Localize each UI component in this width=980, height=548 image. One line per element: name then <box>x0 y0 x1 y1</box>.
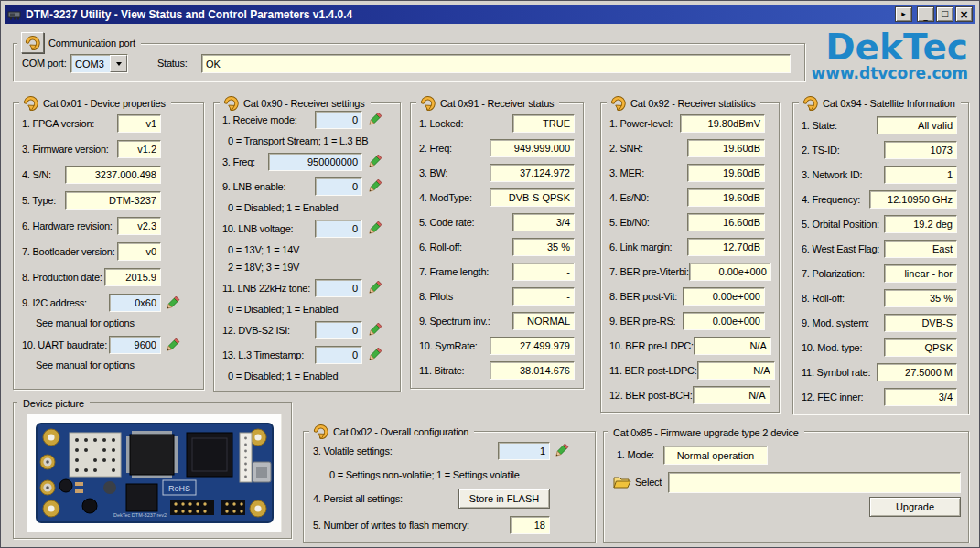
field-label: 11. LNB 22kHz tone: <box>222 283 310 294</box>
field-value[interactable]: 9600 <box>109 336 161 354</box>
edit-pencil-icon[interactable] <box>366 111 383 128</box>
field-row: 8. Production date:2015.9 <box>14 264 203 290</box>
field-row: 3. Freq:950000000 <box>214 149 400 174</box>
com-port-dropdown[interactable]: COM3 <box>70 54 128 73</box>
mode-field: Normal operation <box>663 446 768 465</box>
maximize-icon: □ <box>941 10 949 18</box>
menu-arrow-icon: ▸ <box>901 10 906 18</box>
field-row: 11. BER post-LDPC:N/A <box>601 358 779 382</box>
edit-pencil-icon[interactable] <box>366 279 383 296</box>
field-row: 13. L.3 Timestamp:0 <box>214 342 400 367</box>
field-row: 1. FPGA version:v1 <box>14 111 203 136</box>
refresh-button[interactable] <box>21 32 44 53</box>
device-picture: RoHS DekTec DTM-3237 rev2 <box>27 414 282 532</box>
upgrade-button[interactable]: Upgrade <box>869 497 961 517</box>
field-value: 19.2 deg <box>884 215 957 233</box>
field-value: 18 <box>510 516 550 534</box>
firmware-file-field[interactable] <box>668 472 961 493</box>
field-row: 10. Mod. type:QPSK <box>793 335 968 360</box>
field-label: 12. DVB-S2 ISI: <box>222 325 290 336</box>
minimize-button[interactable]: _ <box>917 6 934 22</box>
field-label: 5. Type: <box>22 195 56 206</box>
field-label: 10. BER pre-LDPC: <box>609 340 694 351</box>
field-row: 8. Roll-off:35 % <box>793 285 968 310</box>
field-value[interactable]: 0x60 <box>109 294 161 312</box>
field-label: 5. Number of writes to flash memory: <box>313 520 469 531</box>
field-row: 1. Receive mode:0 <box>214 107 400 132</box>
field-row: 1. Locked:TRUE <box>411 111 583 135</box>
field-value[interactable]: 1 <box>498 442 550 460</box>
brand-logo: DekTec www.dtvcore.com <box>812 29 968 82</box>
group-cat94: Cat 0x94 - Satellite Information 1. Stat… <box>792 102 969 414</box>
field-value[interactable]: 0 <box>315 177 362 196</box>
field-label: 6. Link margin: <box>609 242 672 253</box>
field-row: 10. LNB voltage:0 <box>214 216 400 241</box>
open-folder-icon[interactable] <box>613 475 631 489</box>
field-value: East <box>884 240 957 258</box>
store-in-flash-button[interactable]: Store in FLASH <box>458 489 550 509</box>
field-label: 4. ModType: <box>419 192 472 203</box>
dropdown-arrow-icon <box>116 62 122 66</box>
field-value[interactable]: 0 <box>315 321 362 339</box>
field-note: 2 = 18V; 3 = 19V <box>214 258 400 275</box>
field-label: 3. Freq: <box>222 156 255 167</box>
field-note: 0 = Settings non-volatile; 1 = Settings … <box>304 464 595 485</box>
com-port-value: COM3 <box>71 55 110 72</box>
field-row: 8. Pilots- <box>411 284 583 308</box>
field-note: 0 = Disabled; 1 = Enabled <box>214 367 400 384</box>
field-row: 1. Power-level:19.80dBmV <box>601 111 779 135</box>
edit-pencil-icon[interactable] <box>366 153 383 170</box>
field-row: 7. Frame length:- <box>411 259 583 284</box>
field-row: 4. Persist all settings:Store in FLASH <box>304 485 595 511</box>
group-title: Cat 0x85 - Firmware upgrade type 2 devic… <box>611 427 801 438</box>
field-row: 5. Code rate:3/4 <box>411 210 583 234</box>
field-value[interactable]: 0 <box>315 279 362 297</box>
field-value[interactable]: 0 <box>315 220 362 238</box>
field-label: 1. Power-level: <box>609 118 673 129</box>
field-value[interactable]: 950000000 <box>268 153 362 171</box>
field-label: 3. Firmware version: <box>22 144 109 155</box>
edit-pencil-icon[interactable] <box>164 337 181 354</box>
group-cat01: Cat 0x01 - Device properties 1. FPGA ver… <box>13 102 204 390</box>
field-label: 11. Bitrate: <box>419 365 464 376</box>
edit-pencil-icon[interactable] <box>366 346 383 363</box>
field-label: 11. BER post-LDPC: <box>609 365 697 376</box>
field-value: 3/4 <box>512 213 575 231</box>
field-row: 12. FEC inner:3/4 <box>793 384 968 409</box>
edit-pencil-icon[interactable] <box>366 220 383 237</box>
edit-pencil-icon[interactable] <box>366 177 383 195</box>
field-value: N/A <box>697 361 775 380</box>
edit-pencil-icon[interactable] <box>553 442 570 459</box>
field-value: DVB-S QPSK <box>490 188 575 207</box>
window-menu-button[interactable]: ▸ <box>895 6 912 22</box>
field-row: 6. Hardware revision:v2.3 <box>14 213 203 239</box>
field-label: 12. BER post-BCH: <box>609 390 693 401</box>
minimize-icon: _ <box>923 13 928 21</box>
field-value: v1.2 <box>117 140 161 158</box>
field-row: 9. Spectrum inv.:NORMAL <box>411 308 583 333</box>
field-row: 5. Orbital Position:19.2 deg <box>793 211 968 236</box>
field-label: 4. S/N: <box>22 169 51 180</box>
field-label: 1. Locked: <box>419 118 463 129</box>
field-label: 9. LNB enable: <box>222 181 285 192</box>
edit-pencil-icon[interactable] <box>366 321 383 338</box>
field-value[interactable]: 0 <box>315 346 362 364</box>
title-bar[interactable]: DTM-3237 Utility - View Status and Contr… <box>5 5 975 24</box>
field-value: - <box>512 287 575 306</box>
edit-pencil-icon[interactable] <box>164 295 181 312</box>
field-value: N/A <box>693 386 770 404</box>
field-value[interactable]: 0 <box>315 111 362 129</box>
field-label: 1. FPGA version: <box>22 118 94 129</box>
group-cat02: Cat 0x02 - Overall configuration 3. Vola… <box>303 431 596 543</box>
maximize-button[interactable]: □ <box>936 6 953 22</box>
field-row: 1. State:All valid <box>793 113 968 137</box>
field-row: 8. BER post-Vit:0.00e+000 <box>601 284 779 308</box>
field-row: 4. ModType:DVB-S QPSK <box>411 185 583 210</box>
field-row: 11. Symbol rate:27.5000 M <box>793 360 968 384</box>
select-label: Select <box>635 477 662 488</box>
close-button[interactable]: × <box>955 6 973 22</box>
dropdown-button[interactable] <box>110 55 127 72</box>
field-label: 9. Spectrum inv.: <box>419 316 490 327</box>
field-label: 9. BER pre-RS: <box>609 316 675 327</box>
field-label: 7. BER pre-Viterbi: <box>609 266 689 277</box>
